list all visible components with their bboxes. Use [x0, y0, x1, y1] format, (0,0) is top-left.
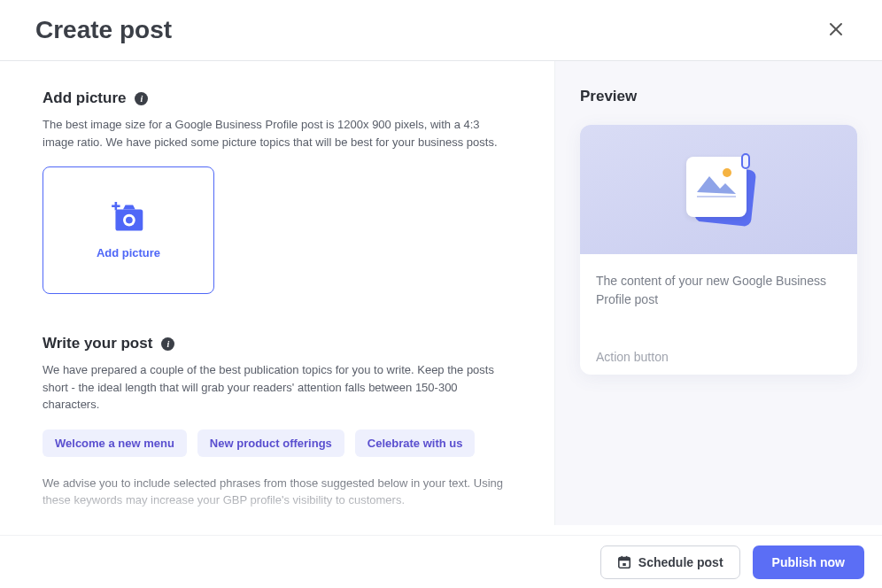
add-picture-description: The best image size for a Google Busines…: [43, 116, 512, 151]
topic-chip[interactable]: Celebrate with us: [355, 429, 476, 457]
info-icon[interactable]: i: [135, 92, 148, 105]
info-icon[interactable]: i: [161, 337, 174, 351]
form-panel: Add picture i The best image size for a …: [0, 61, 554, 525]
keyword-chip[interactable]: Highly recomend: [225, 525, 333, 526]
svg-rect-11: [619, 557, 630, 561]
svg-rect-13: [626, 555, 628, 559]
preview-title: Preview: [580, 88, 857, 105]
add-picture-title: Add picture: [43, 89, 126, 107]
keyword-chip-row: italian pizza Great pizza Highly recomen…: [43, 525, 512, 526]
preview-panel: Preview The conten: [554, 61, 882, 525]
schedule-post-button[interactable]: Schedule post: [600, 545, 740, 579]
paperclip-icon: [741, 153, 750, 169]
write-post-heading-row: Write your post i: [43, 335, 512, 352]
calendar-icon: [617, 555, 631, 569]
add-picture-button[interactable]: Add picture: [43, 166, 214, 294]
keyword-chip[interactable]: italian pizza: [43, 525, 124, 526]
schedule-post-label: Schedule post: [638, 555, 723, 569]
add-picture-label: Add picture: [97, 246, 160, 259]
write-post-title: Write your post: [43, 335, 152, 352]
camera-plus-icon: [109, 202, 148, 234]
svg-point-7: [723, 168, 731, 177]
publish-now-button[interactable]: Publish now: [753, 545, 864, 579]
svg-rect-6: [112, 205, 120, 207]
keyword-advice-text: We advise you to include selected phrase…: [43, 475, 512, 509]
close-icon: [829, 22, 843, 36]
modal-footer: Schedule post Publish now: [0, 535, 882, 588]
svg-point-4: [126, 216, 133, 223]
preview-card: The content of your new Google Business …: [580, 125, 857, 375]
modal-body: Add picture i The best image size for a …: [0, 61, 882, 525]
topic-chip[interactable]: Welcome a new menu: [43, 429, 187, 457]
write-post-description: We have prepared a couple of the best pu…: [43, 361, 512, 414]
svg-rect-12: [621, 555, 623, 559]
preview-image-area: [580, 125, 857, 254]
add-picture-heading-row: Add picture i: [43, 89, 512, 107]
svg-rect-8: [697, 196, 736, 197]
close-button[interactable]: [825, 17, 847, 44]
image-placeholder-icon: [686, 157, 752, 222]
page-title: Create post: [35, 16, 172, 44]
modal-header: Create post: [0, 0, 882, 61]
preview-action-placeholder: Action button: [596, 343, 841, 364]
topic-chip-row: Welcome a new menu New product offerings…: [43, 429, 512, 457]
preview-text-area: The content of your new Google Business …: [580, 254, 857, 375]
topic-chip[interactable]: New product offerings: [197, 429, 344, 457]
keyword-chip[interactable]: Great pizza: [135, 525, 214, 526]
svg-rect-14: [623, 562, 626, 565]
preview-content-placeholder: The content of your new Google Business …: [596, 272, 841, 343]
